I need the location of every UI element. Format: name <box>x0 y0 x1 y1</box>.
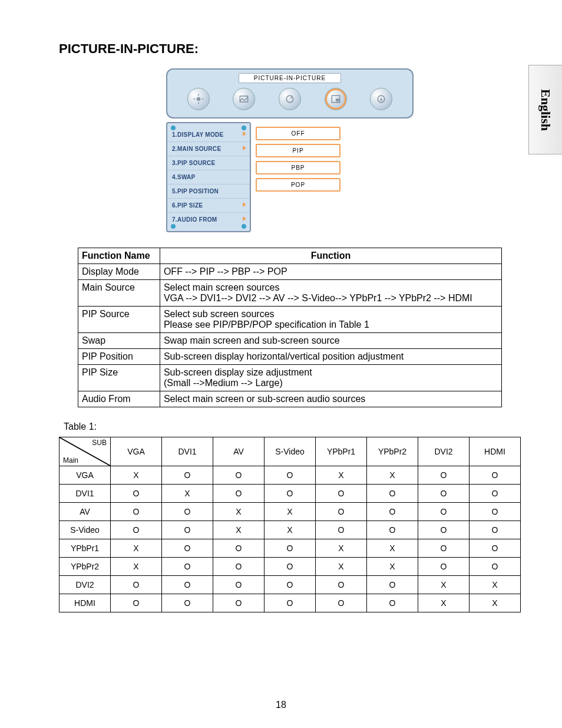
osd-icon-row <box>172 88 408 110</box>
matrix-cell: O <box>213 485 265 503</box>
image-icon <box>233 88 255 110</box>
page-title: PICTURE-IN-PICTURE: <box>59 41 521 57</box>
func-name: Display Mode <box>78 264 160 280</box>
matrix-row-header: DVI2 <box>59 576 111 594</box>
svg-rect-5 <box>240 96 248 102</box>
matrix-cell: O <box>265 558 316 576</box>
submenu-arrow-icon <box>243 146 246 150</box>
func-desc: Sub-screen display horizontal/vertical p… <box>160 349 501 365</box>
matrix-cell: X <box>111 539 162 558</box>
osd-option: OFF <box>256 127 340 140</box>
func-name: Main Source <box>78 280 160 307</box>
func-desc: Select sub screen sources Please see PIP… <box>160 307 501 333</box>
matrix-cell: O <box>470 503 521 521</box>
matrix-corner: SUBMain <box>59 437 111 466</box>
table-row: Audio FromSelect main screen or sub-scre… <box>78 391 502 407</box>
matrix-cell: X <box>316 466 367 485</box>
matrix-row: S-VideoOOXXOOOO <box>59 521 521 539</box>
matrix-cell: O <box>470 485 521 503</box>
func-desc: Swap main screen and sub-screen source <box>160 333 501 349</box>
matrix-cell: O <box>367 594 418 612</box>
matrix-cell: O <box>418 539 470 558</box>
table1-label: Table 1: <box>64 421 521 432</box>
submenu-arrow-icon <box>243 202 246 207</box>
matrix-cell: O <box>213 576 265 594</box>
osd-title: PICTURE-IN-PICTURE <box>239 73 341 83</box>
matrix-col-header: S-Video <box>265 437 316 466</box>
matrix-cell: O <box>418 521 470 539</box>
svg-point-7 <box>290 97 292 98</box>
matrix-cell: X <box>316 558 367 576</box>
matrix-col-header: YPbPr2 <box>367 437 418 466</box>
submenu-arrow-icon <box>243 131 246 136</box>
matrix-cell: X <box>265 503 316 521</box>
svg-point-0 <box>196 97 200 101</box>
matrix-cell: O <box>162 594 213 612</box>
matrix-cell: O <box>162 539 213 558</box>
func-name: PIP Source <box>78 307 160 333</box>
osd-menu-item: 5.PIP POSITION <box>167 184 250 198</box>
matrix-cell: X <box>418 576 470 594</box>
matrix-cell: O <box>265 539 316 558</box>
matrix-cell: O <box>418 558 470 576</box>
table-row: PIP PositionSub-screen display horizonta… <box>78 349 502 365</box>
matrix-cell: O <box>111 521 162 539</box>
page: PICTURE-IN-PICTURE: English PICTURE-IN-P… <box>0 0 562 728</box>
matrix-cell: O <box>470 466 521 485</box>
matrix-row: VGAXOOOXXOO <box>59 466 521 485</box>
func-header-desc: Function <box>160 248 501 264</box>
matrix-cell: O <box>470 521 521 539</box>
matrix-cell: X <box>265 521 316 539</box>
osd-body: 1.DISPLAY MODE2.MAIN SOURCE3.PIP SOURCE4… <box>166 122 414 232</box>
matrix-cell: O <box>111 576 162 594</box>
matrix-corner-main: Main <box>63 456 78 465</box>
osd-screenshot: PICTURE-IN-PICTURE 1.DISP <box>166 68 414 232</box>
func-desc: Select main screen sources VGA --> DVI1-… <box>160 280 501 307</box>
func-desc: Sub-screen display size adjustment (Smal… <box>160 365 501 391</box>
matrix-row-header: YPbPr2 <box>59 558 111 576</box>
matrix-col-header: YPbPr1 <box>316 437 367 466</box>
matrix-cell: O <box>213 558 265 576</box>
table-row: PIP SourceSelect sub screen sources Plea… <box>78 307 502 333</box>
table-header-row: Function Name Function <box>78 248 502 264</box>
settings-icon <box>370 88 392 110</box>
matrix-cell: X <box>367 558 418 576</box>
matrix-col-header: VGA <box>111 437 162 466</box>
matrix-cell: O <box>367 485 418 503</box>
func-name: Swap <box>78 333 160 349</box>
matrix-cell: O <box>316 521 367 539</box>
osd-menu-item: 7.AUDIO FROM <box>167 212 250 226</box>
language-tab: English <box>528 65 562 154</box>
matrix-col-header: DVI2 <box>418 437 470 466</box>
func-desc: OFF --> PIP --> PBP --> POP <box>160 264 501 280</box>
matrix-corner-sub: SUB <box>92 439 107 447</box>
matrix-cell: X <box>213 503 265 521</box>
matrix-cell: O <box>316 576 367 594</box>
matrix-row: DVI2OOOOOOXX <box>59 576 521 594</box>
matrix-cell: O <box>265 466 316 485</box>
matrix-cell: O <box>316 503 367 521</box>
matrix-row-header: S-Video <box>59 521 111 539</box>
pip-icon <box>325 88 347 110</box>
function-table: Function Name Function Display ModeOFF -… <box>78 248 502 407</box>
func-desc: Select main screen or sub-screen audio s… <box>160 391 501 407</box>
osd-option: PBP <box>256 161 340 174</box>
matrix-cell: O <box>367 521 418 539</box>
matrix-cell: O <box>213 466 265 485</box>
svg-rect-9 <box>336 98 339 101</box>
osd-menu-item: 2.MAIN SOURCE <box>167 141 250 156</box>
matrix-cell: X <box>418 594 470 612</box>
matrix-cell: X <box>316 539 367 558</box>
matrix-cell: X <box>367 539 418 558</box>
osd-options: OFFPIPPBPPOP <box>256 122 414 232</box>
matrix-cell: X <box>470 594 521 612</box>
compat-matrix: SUBMainVGADVI1AVS-VideoYPbPr1YPbPr2DVI2H… <box>59 437 521 612</box>
matrix-cell: X <box>367 466 418 485</box>
matrix-row-header: AV <box>59 503 111 521</box>
table-row: SwapSwap main screen and sub-screen sour… <box>78 333 502 349</box>
osd-option: PIP <box>256 144 340 157</box>
matrix-cell: O <box>418 466 470 485</box>
matrix-row-header: HDMI <box>59 594 111 612</box>
matrix-cell: O <box>213 594 265 612</box>
osd-menu-item: 4.SWAP <box>167 170 250 184</box>
